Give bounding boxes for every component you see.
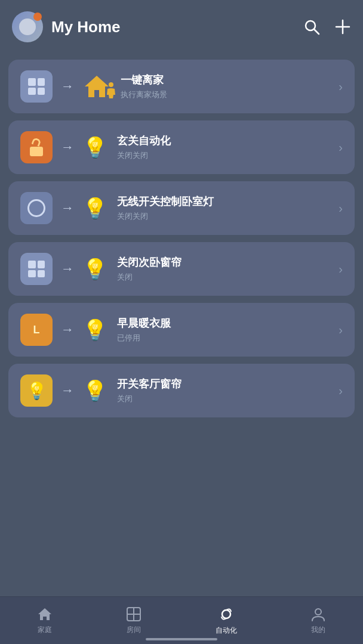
card-6-subtitle: 关闭 <box>117 394 339 404</box>
page-title: My Home <box>51 18 303 36</box>
automation-card-1[interactable]: → 一键离家 执行离家场景 › <box>8 60 355 113</box>
card-1-title: 一键离家 <box>121 73 339 87</box>
card-6-trigger: 💡 <box>20 374 53 407</box>
home-nav-icon <box>37 606 53 622</box>
nav-item-automation[interactable]: 自动化 <box>216 606 237 636</box>
card-5-trigger: L <box>20 314 53 346</box>
card-3-trigger <box>20 192 53 224</box>
card-5-title: 早晨暖衣服 <box>117 316 339 330</box>
home-indicator <box>146 638 217 640</box>
card-6-title: 开关客厅窗帘 <box>117 377 339 391</box>
arrow-icon: → <box>61 79 74 94</box>
card-1-text: 一键离家 执行离家场景 <box>121 73 339 100</box>
automation-card-4[interactable]: → 💡 关闭次卧窗帘 关闭 › <box>8 242 355 296</box>
arrow-icon: → <box>61 200 74 216</box>
chevron-right-icon: › <box>339 262 343 276</box>
logo-inner <box>19 18 36 35</box>
svg-line-1 <box>314 29 319 34</box>
chevron-right-icon: › <box>339 323 343 337</box>
card-2-text: 玄关自动化 关闭关闭 <box>117 134 339 161</box>
chevron-right-icon: › <box>339 202 343 215</box>
bulb-icon: 💡 <box>82 198 107 218</box>
bulb-icon: 💡 <box>82 380 107 401</box>
card-6-text: 开关客厅窗帘 关闭 <box>117 377 339 404</box>
grid-icon <box>28 261 45 277</box>
card-5-subtitle: 已停用 <box>117 333 339 343</box>
chevron-right-icon: › <box>339 80 343 94</box>
logo-dot <box>33 13 42 21</box>
mine-nav-icon <box>310 606 326 622</box>
automation-nav-label: 自动化 <box>216 626 237 636</box>
nav-item-mine[interactable]: 我的 <box>310 606 326 635</box>
card-2-trigger <box>20 131 53 163</box>
svg-marker-6 <box>38 608 51 620</box>
svg-point-10 <box>222 610 230 618</box>
card-2-icons: → 💡 <box>20 131 107 163</box>
card-2-subtitle: 关闭关闭 <box>117 150 339 161</box>
circle-icon <box>27 199 45 217</box>
card-4-icons: → 💡 <box>20 253 107 285</box>
bulb-trigger-icon: 💡 <box>26 381 47 401</box>
card-2-title: 玄关自动化 <box>117 134 339 148</box>
grid-icon <box>28 78 45 95</box>
nav-item-room[interactable]: 房间 <box>126 606 141 635</box>
card-4-subtitle: 关闭 <box>117 272 339 283</box>
chevron-right-icon: › <box>339 141 343 154</box>
card-3-title: 无线开关控制卧室灯 <box>117 194 339 209</box>
bulb-icon: 💡 <box>82 137 107 157</box>
timer-letter: L <box>33 324 40 335</box>
automation-list: → 一键离家 执行离家场景 › <box>0 54 363 596</box>
arrow-icon: → <box>61 383 74 398</box>
bottom-navigation: 家庭 房间 自动化 我的 <box>0 596 363 644</box>
nav-item-home[interactable]: 家庭 <box>37 606 53 635</box>
automation-card-6[interactable]: 💡 → 💡 开关客厅窗帘 关闭 › <box>8 364 355 417</box>
card-5-text: 早晨暖衣服 已停用 <box>117 316 339 343</box>
chevron-right-icon: › <box>339 384 343 398</box>
bulb-icon: 💡 <box>82 320 107 340</box>
bulb-icon: 💡 <box>82 259 107 279</box>
automation-nav-icon <box>218 606 235 623</box>
automation-card-5[interactable]: L → 💡 早晨暖衣服 已停用 › <box>8 303 355 357</box>
svg-point-11 <box>315 609 321 615</box>
room-nav-icon <box>126 606 141 622</box>
card-4-trigger <box>20 253 53 285</box>
arrow-icon: → <box>61 140 74 155</box>
card-3-icons: → 💡 <box>20 192 107 224</box>
person-icon <box>105 82 117 98</box>
arrow-icon: → <box>61 322 74 338</box>
search-icon[interactable] <box>303 18 320 35</box>
home-nav-label: 家庭 <box>38 625 52 635</box>
automation-card-3[interactable]: → 💡 无线开关控制卧室灯 关闭关闭 › <box>8 181 355 235</box>
automation-card-2[interactable]: → 💡 玄关自动化 关闭关闭 › <box>8 120 355 174</box>
svg-point-5 <box>109 82 113 87</box>
header: My Home <box>0 0 363 54</box>
card-1-subtitle: 执行离家场景 <box>121 89 339 100</box>
card-4-title: 关闭次卧窗帘 <box>117 255 339 270</box>
card-3-text: 无线开关控制卧室灯 关闭关闭 <box>117 194 339 222</box>
card-3-subtitle: 关闭关闭 <box>117 211 339 222</box>
app-logo <box>12 11 43 42</box>
room-nav-label: 房间 <box>127 625 141 635</box>
arrow-icon: → <box>61 261 74 277</box>
card-5-icons: L → 💡 <box>20 314 107 346</box>
card-4-text: 关闭次卧窗帘 关闭 <box>117 255 339 283</box>
lock-icon <box>27 138 45 156</box>
card-1-trigger <box>20 70 53 103</box>
header-actions <box>303 18 351 35</box>
card-1-icons: → <box>20 70 111 103</box>
mine-nav-label: 我的 <box>311 625 325 635</box>
card-6-icons: 💡 → 💡 <box>20 374 107 407</box>
add-icon[interactable] <box>334 18 351 35</box>
